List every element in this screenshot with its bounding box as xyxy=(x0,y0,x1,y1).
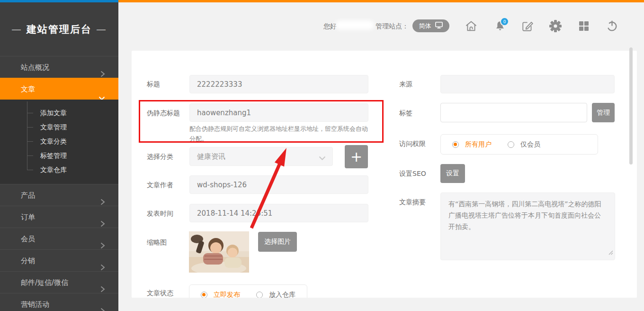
status-option-publish[interactable]: 立即发布 xyxy=(201,291,240,298)
sidebar-item-articles[interactable]: 文章 xyxy=(0,78,118,100)
status-option-box: 立即发布 放入仓库 xyxy=(189,284,307,298)
apps-grid-icon[interactable] xyxy=(578,20,590,34)
radio-label: 立即发布 xyxy=(214,291,240,298)
source-input[interactable] xyxy=(440,75,615,93)
sidebar-item-label: 站点概况 xyxy=(21,63,49,72)
add-category-button[interactable]: + xyxy=(345,145,368,168)
chevron-down-icon xyxy=(319,154,326,163)
radio-label: 所有用户 xyxy=(465,140,492,149)
sidebar-item-site-overview[interactable]: 站点概况 xyxy=(0,56,118,78)
slug-help-text: 配合伪静态规则可自定义浏览器地址栏显示地址，留空系统会自动分配。 xyxy=(189,124,371,144)
thumbnail-image[interactable] xyxy=(189,231,249,274)
author-value: wd-shops-126 xyxy=(197,181,247,189)
plus-icon: + xyxy=(350,148,362,165)
logo-dash-left: — xyxy=(11,24,22,35)
choose-image-button[interactable]: 选择图片 xyxy=(258,232,297,252)
category-select[interactable]: 健康资讯 xyxy=(189,147,333,166)
manage-site-label: 管理站点： xyxy=(376,22,409,31)
radio-to-warehouse[interactable] xyxy=(256,292,263,298)
access-option-all-users[interactable]: 所有用户 xyxy=(452,140,492,149)
access-option-box: 所有用户 仅会员 xyxy=(440,134,598,155)
submenu-item-add-article[interactable]: 添加文章 xyxy=(0,106,118,120)
summary-textarea[interactable]: 有“西南第一高钢塔，四川第二高电视塔”之称的德阳广播电视塔主塔广告位将于本月下旬… xyxy=(440,192,615,260)
access-option-members-only[interactable]: 仅会员 xyxy=(508,140,540,149)
monitor-icon xyxy=(435,21,443,30)
sidebar: — 建站管理后台 — 站点概况 文章 添加文章 文章管理 文章分类 标签管理 文… xyxy=(0,2,118,311)
radio-label: 放入仓库 xyxy=(269,291,295,298)
settings-gear-icon[interactable] xyxy=(549,19,562,35)
logo-dash-right: — xyxy=(96,24,107,35)
title-value: 2222223333 xyxy=(197,80,242,89)
choose-image-label: 选择图片 xyxy=(264,238,291,246)
language-pill-label: 简体 xyxy=(419,22,431,30)
sidebar-item-label: 邮件/短信/微信 xyxy=(21,278,68,287)
logout-power-icon[interactable] xyxy=(606,19,618,34)
app-title: 建站管理后台 xyxy=(27,23,92,36)
language-site-pill[interactable]: 简体 xyxy=(412,19,449,32)
thumbnail-label: 缩略图 xyxy=(147,238,167,247)
title-input[interactable]: 2222223333 xyxy=(189,75,368,93)
publish-time-label: 发表时间 xyxy=(147,210,173,218)
author-label: 文章作者 xyxy=(147,181,173,190)
chevron-right-icon xyxy=(100,301,105,311)
status-option-warehouse[interactable]: 放入仓库 xyxy=(256,291,295,298)
author-input[interactable]: wd-shops-126 xyxy=(189,175,368,194)
radio-all-users[interactable] xyxy=(452,141,459,148)
slug-input[interactable]: haowenzhang1 xyxy=(189,103,368,122)
app-logo: — 建站管理后台 — xyxy=(0,2,118,56)
submenu-item-tag-manage[interactable]: 标签管理 xyxy=(0,148,118,163)
radio-members-only[interactable] xyxy=(508,141,514,148)
sidebar-item-label: 营销活动 xyxy=(21,300,49,309)
sidebar-item-label: 产品 xyxy=(21,191,35,200)
sidebar-item-mail-sms-wechat[interactable]: 邮件/短信/微信 xyxy=(0,271,118,293)
radio-publish-now[interactable] xyxy=(201,292,207,298)
home-icon[interactable] xyxy=(465,19,478,35)
notification-badge: 0 xyxy=(500,17,509,26)
manage-tags-label: 管理 xyxy=(597,109,610,117)
sidebar-item-orders[interactable]: 订单 xyxy=(0,206,118,228)
slug-value: haowenzhang1 xyxy=(197,109,251,117)
admin-app: — 建站管理后台 — 站点概况 文章 添加文章 文章管理 文章分类 标签管理 文… xyxy=(0,0,644,311)
seo-label: 设置SEO xyxy=(399,170,426,178)
submenu-item-article-category[interactable]: 文章分类 xyxy=(0,134,118,148)
publish-time-input[interactable]: 2018-11-14 14:25:51 xyxy=(189,204,368,222)
source-label: 来源 xyxy=(399,80,412,89)
sidebar-item-label: 会员 xyxy=(21,235,35,243)
manage-tags-button[interactable]: 管理 xyxy=(592,103,615,122)
radio-label: 仅会员 xyxy=(520,140,540,149)
category-selected-value: 健康资讯 xyxy=(197,152,225,161)
summary-label: 文章摘要 xyxy=(399,198,426,207)
slug-label: 伪静态标题 xyxy=(147,109,180,118)
resize-handle-icon[interactable] xyxy=(608,247,613,258)
submenu-item-article-warehouse[interactable]: 文章仓库 xyxy=(0,163,118,177)
category-label: 选择分类 xyxy=(147,153,173,161)
greeting-text: 您好 xyxy=(323,22,337,31)
sidebar-item-distribution[interactable]: 分销 xyxy=(0,249,118,271)
topbar-orange-strip xyxy=(118,0,644,2)
sidebar-item-label: 文章 xyxy=(21,85,35,93)
publish-time-value: 2018-11-14 14:25:51 xyxy=(197,209,272,218)
submenu-item-article-manage[interactable]: 文章管理 xyxy=(0,120,118,134)
access-label: 访问权限 xyxy=(399,140,426,148)
article-edit-card: 标题 2222223333 伪静态标题 haowenzhang1 配合伪静态规则… xyxy=(132,51,637,298)
sidebar-item-label: 订单 xyxy=(21,213,35,221)
sidebar-item-marketing[interactable]: 营销活动 xyxy=(0,293,118,311)
seo-button-label: 设置 xyxy=(446,169,459,178)
status-label: 文章状态 xyxy=(147,289,173,298)
sidebar-item-products[interactable]: 产品 xyxy=(0,184,118,206)
summary-value: 有“西南第一高钢塔，四川第二高电视塔”之称的德阳广播电视塔主塔广告位将于本月下旬… xyxy=(448,200,601,230)
seo-settings-button[interactable]: 设置 xyxy=(440,164,465,183)
sidebar-item-members[interactable]: 会员 xyxy=(0,228,118,249)
sidebar-item-label: 分销 xyxy=(21,256,35,265)
title-label: 标题 xyxy=(147,80,160,89)
scrollbar-thumb[interactable] xyxy=(629,47,633,165)
username-redacted xyxy=(335,20,374,30)
tags-label: 标签 xyxy=(399,109,412,118)
tags-input[interactable] xyxy=(440,103,587,122)
compose-edit-icon[interactable] xyxy=(521,20,534,34)
articles-submenu: 添加文章 文章管理 文章分类 标签管理 文章仓库 xyxy=(0,100,118,184)
